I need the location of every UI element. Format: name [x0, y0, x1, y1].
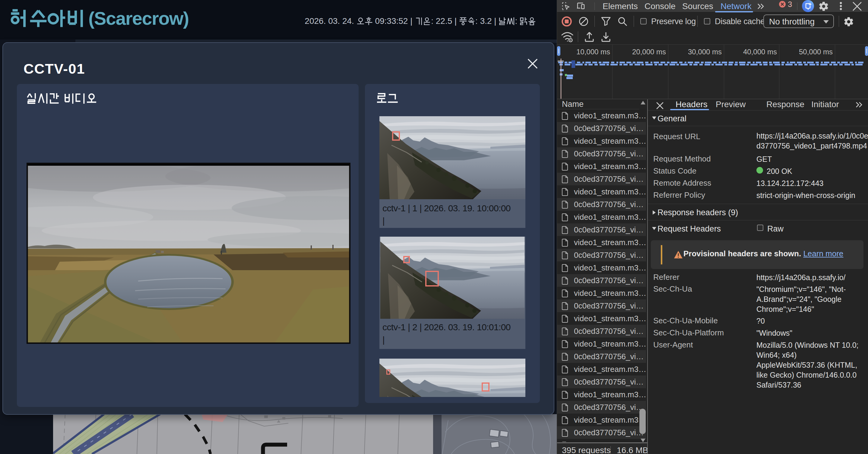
svg-text:3: 3: [788, 1, 792, 8]
